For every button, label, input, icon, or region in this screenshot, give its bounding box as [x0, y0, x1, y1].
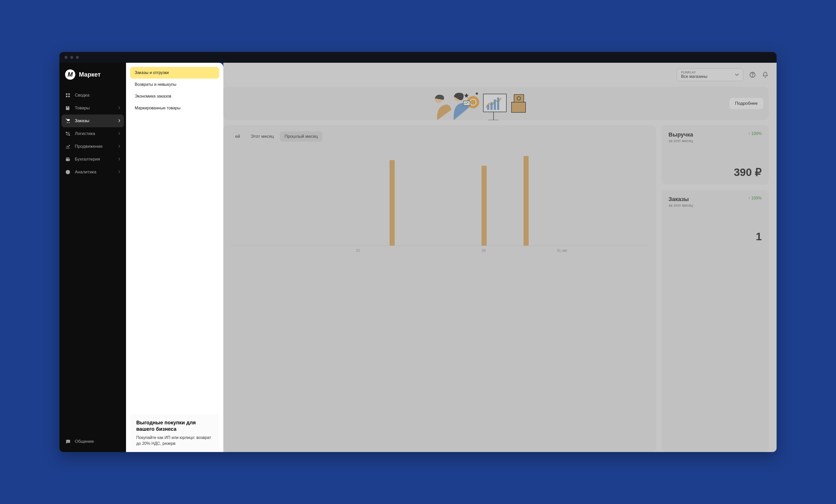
- cart-icon: [65, 118, 71, 124]
- svg-point-7: [68, 441, 68, 442]
- sidebar-item-prodvizhenie[interactable]: Продвижение: [59, 140, 126, 153]
- floppy-icon: [65, 105, 71, 111]
- submenu-item-orders-shipments[interactable]: Заказы и отгрузки: [130, 67, 219, 79]
- axis-label: 21: [356, 248, 360, 253]
- nav: Сводка Товары Заказы Логистика: [59, 88, 126, 431]
- svg-rect-2: [66, 96, 68, 97]
- svg-rect-1: [69, 94, 70, 95]
- svg-point-6: [67, 441, 68, 442]
- svg-point-8: [69, 441, 69, 442]
- card-subtitle: за этот месяц: [668, 203, 693, 208]
- promo-title: Выгодные покупки для вашего бизнеса: [136, 420, 213, 432]
- sidebar-item-zakazy[interactable]: Заказы: [61, 115, 124, 127]
- chevron-down-icon: [735, 73, 739, 77]
- svg-point-10: [752, 76, 753, 77]
- sidebar-item-obshenie[interactable]: Общение: [59, 435, 126, 448]
- card-title: Выручка: [668, 131, 693, 138]
- chevron-right-icon: [118, 131, 120, 136]
- bell-button[interactable]: [762, 71, 769, 78]
- chart-bar: [481, 166, 487, 246]
- logo-text: Маркет: [79, 71, 101, 78]
- card-subtitle: за этот месяц: [668, 138, 693, 143]
- svg-rect-17: [497, 98, 499, 110]
- arrow-up-icon: ↑: [748, 131, 750, 136]
- chart-card: ей Этот месяц Прошлый месяц 212831 авг.: [223, 125, 656, 452]
- axis-label: 31 авг.: [557, 248, 568, 253]
- sidebar-item-label: Бухгалтерия: [75, 157, 114, 162]
- svg-rect-15: [491, 102, 493, 110]
- main: FUNPLAY Все магазины: [223, 63, 777, 452]
- window-max-dot[interactable]: [76, 56, 79, 59]
- submenu: Заказы и отгрузки Возвраты и невыкупы Эк…: [126, 63, 223, 452]
- sidebar-item-logistika[interactable]: Логистика: [59, 127, 126, 140]
- submenu-item-marked[interactable]: Маркированные товары: [130, 102, 219, 114]
- chevron-right-icon: [118, 157, 120, 162]
- chart-bar: [390, 160, 395, 246]
- chevron-right-icon: [118, 170, 120, 175]
- svg-rect-0: [66, 94, 68, 95]
- window-close-dot[interactable]: [64, 56, 68, 59]
- promo-text: Покупайте как ИП или юрлицо: возврат до …: [136, 435, 213, 446]
- orders-delta: ↑ 100%: [748, 196, 762, 200]
- chevron-right-icon: [118, 118, 120, 123]
- logo[interactable]: M Маркет: [59, 63, 126, 88]
- banner: Подробнее: [223, 87, 769, 120]
- svg-point-5: [69, 134, 70, 135]
- submenu-item-economics[interactable]: Экономика заказов: [130, 91, 219, 102]
- svg-rect-20: [512, 102, 526, 112]
- sidebar-item-label: Сводка: [75, 93, 120, 98]
- svg-rect-3: [69, 96, 70, 97]
- svg-point-4: [66, 132, 67, 133]
- promo-card[interactable]: Выгодные покупки для вашего бизнеса Поку…: [130, 414, 219, 452]
- tab-this-month[interactable]: Этот месяц: [246, 131, 279, 142]
- sidebar-item-buhgalteriya[interactable]: Бухгалтерия: [59, 153, 126, 166]
- trend-icon: [65, 144, 71, 149]
- svg-rect-14: [487, 105, 489, 110]
- revenue-delta: ↑ 100%: [748, 131, 762, 136]
- sidebar-item-analitika[interactable]: Аналитика: [59, 166, 126, 178]
- sidebar-item-label: Товары: [75, 105, 114, 111]
- banner-illustration: [223, 87, 712, 120]
- submenu-item-returns[interactable]: Возвраты и невыкупы: [130, 79, 219, 91]
- sidebar-item-label: Продвижение: [75, 144, 114, 149]
- tab-fragment[interactable]: ей: [230, 131, 245, 142]
- arrow-up-icon: ↑: [748, 196, 750, 200]
- sidebar-item-svodka[interactable]: Сводка: [59, 89, 126, 102]
- orders-card[interactable]: Заказы за этот месяц ↑ 100% 1: [661, 190, 769, 452]
- sidebar-item-label: Заказы: [75, 118, 114, 123]
- svg-rect-21: [514, 95, 524, 102]
- shop-label: FUNPLAY: [681, 71, 707, 74]
- chevron-right-icon: [118, 144, 120, 149]
- logo-icon: M: [65, 70, 75, 80]
- chevron-right-icon: [118, 105, 120, 111]
- sidebar-item-label: Общение: [75, 439, 120, 444]
- sidebar-item-label: Логистика: [75, 131, 114, 136]
- revenue-card[interactable]: Выручка за этот месяц ↑ 100% 390 ₽: [661, 125, 769, 185]
- sidebar-item-label: Аналитика: [75, 170, 114, 175]
- route-icon: [65, 131, 71, 136]
- topbar: FUNPLAY Все магазины: [223, 63, 777, 87]
- shop-value: Все магазины: [681, 74, 707, 79]
- dashboard-icon: [65, 93, 71, 98]
- revenue-value: 390 ₽: [668, 166, 762, 178]
- shop-select[interactable]: FUNPLAY Все магазины: [677, 69, 743, 81]
- banner-details-button[interactable]: Подробнее: [729, 98, 763, 109]
- pie-icon: [65, 169, 71, 175]
- svg-rect-16: [494, 100, 496, 110]
- bar-chart: 212831 авг.: [230, 148, 649, 256]
- orders-value: 1: [668, 231, 762, 243]
- window-min-dot[interactable]: [70, 56, 73, 59]
- period-tabs: ей Этот месяц Прошлый месяц: [230, 131, 649, 142]
- window-titlebar: [59, 52, 777, 63]
- sidebar: M Маркет Сводка Товары Заказы: [59, 63, 126, 452]
- axis-label: 28: [481, 248, 486, 253]
- chat-icon: [65, 439, 71, 444]
- sidebar-item-tovary[interactable]: Товары: [59, 102, 126, 115]
- card-title: Заказы: [668, 196, 693, 202]
- tab-last-month[interactable]: Прошлый месяц: [280, 131, 322, 142]
- chart-bar: [524, 156, 529, 246]
- help-button[interactable]: [749, 71, 756, 78]
- wallet-icon: [65, 156, 71, 162]
